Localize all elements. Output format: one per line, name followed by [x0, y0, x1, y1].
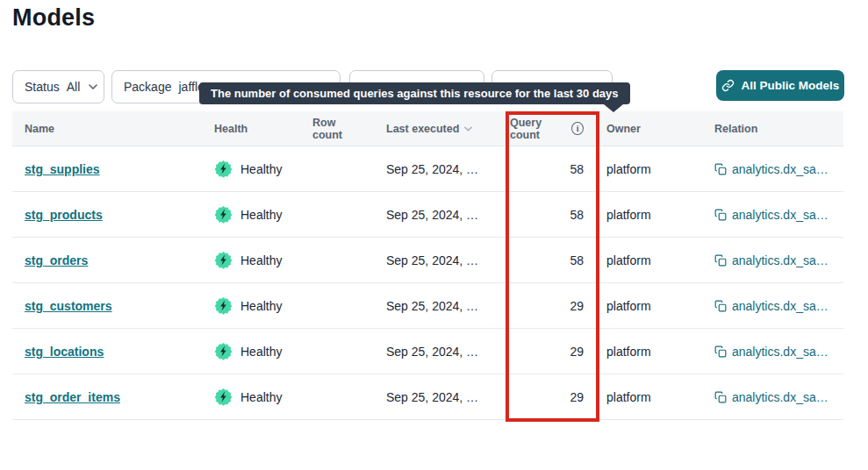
model-name-link[interactable]: stg_customers	[25, 299, 112, 313]
table-row: stg_locations Healthy Sep 25, 2024, … 29…	[12, 329, 843, 374]
owner-value: platform	[594, 390, 702, 404]
health-seal-bolt-icon	[214, 251, 233, 269]
copy-icon	[714, 254, 727, 267]
query-count-value: 58	[510, 253, 594, 267]
copy-icon	[714, 345, 727, 358]
relation-link[interactable]: analytics.dx_sand…	[732, 299, 835, 313]
info-icon[interactable]: i	[571, 122, 584, 135]
relation-link[interactable]: analytics.dx_sand…	[732, 162, 835, 176]
status-filter[interactable]: Status All	[12, 70, 104, 103]
relation-link[interactable]: analytics.dx_sand…	[732, 208, 835, 222]
owner-value: platform	[594, 208, 702, 222]
relation-link[interactable]: analytics.dx_sand…	[732, 345, 835, 359]
model-name-link[interactable]: stg_supplies	[25, 162, 100, 176]
table-row: stg_supplies Healthy Sep 25, 2024, … 58 …	[12, 146, 843, 192]
health-label: Healthy	[240, 390, 282, 404]
column-header-name[interactable]: Name	[12, 123, 202, 135]
copy-icon	[714, 391, 727, 403]
column-header-owner[interactable]: Owner	[594, 123, 702, 135]
health-seal-bolt-icon	[214, 388, 233, 406]
sort-chevron-down-icon[interactable]	[464, 126, 472, 132]
last-executed-value: Sep 25, 2024, …	[378, 162, 510, 176]
owner-value: platform	[594, 299, 702, 313]
link-icon	[721, 79, 735, 92]
copy-icon	[714, 163, 727, 175]
last-executed-value: Sep 25, 2024, …	[378, 253, 510, 267]
all-public-models-label: All Public Models	[742, 79, 840, 92]
query-count-value: 29	[510, 299, 594, 313]
relation-link[interactable]: analytics.dx_sand…	[732, 390, 835, 404]
query-count-value: 29	[510, 345, 594, 359]
copy-icon	[714, 209, 727, 221]
query-count-value: 58	[510, 208, 594, 222]
table-row: stg_orders Healthy Sep 25, 2024, … 58 pl…	[12, 238, 843, 283]
column-header-query-count[interactable]: Query count i	[510, 117, 594, 141]
table-row: stg_products Healthy Sep 25, 2024, … 58 …	[12, 192, 843, 238]
health-label: Healthy	[240, 345, 282, 359]
query-count-value: 58	[510, 162, 594, 176]
table-row: stg_customers Healthy Sep 25, 2024, … 29…	[12, 283, 843, 329]
query-count-value: 29	[510, 390, 594, 404]
table-header: Name Health Row count Last executed Quer…	[12, 111, 843, 146]
owner-value: platform	[594, 345, 702, 359]
owner-value: platform	[594, 253, 702, 267]
health-label: Healthy	[240, 162, 282, 176]
page-title: Models	[12, 4, 95, 32]
health-label: Healthy	[240, 253, 282, 267]
health-seal-bolt-icon	[214, 342, 233, 360]
tooltip-caret	[604, 104, 623, 112]
last-executed-value: Sep 25, 2024, …	[378, 299, 510, 313]
health-label: Healthy	[240, 299, 282, 313]
models-page: Models Status All Package jaffle_ All Pu…	[0, 0, 868, 470]
column-header-last-executed[interactable]: Last executed	[378, 123, 510, 135]
package-filter-label: Package	[124, 80, 171, 94]
last-executed-value: Sep 25, 2024, …	[378, 390, 510, 404]
table-body: stg_supplies Healthy Sep 25, 2024, … 58 …	[12, 146, 843, 420]
query-count-tooltip: The number of consumed queries against t…	[199, 82, 630, 104]
chevron-down-icon	[89, 84, 97, 89]
tooltip-text: The number of consumed queries against t…	[211, 87, 619, 100]
copy-icon	[714, 300, 727, 312]
column-header-health[interactable]: Health	[202, 123, 312, 135]
relation-link[interactable]: analytics.dx_sand…	[732, 253, 835, 267]
status-filter-value: All	[67, 80, 81, 94]
model-name-link[interactable]: stg_orders	[25, 253, 88, 267]
model-name-link[interactable]: stg_products	[25, 208, 103, 222]
health-seal-bolt-icon	[214, 205, 233, 224]
model-name-link[interactable]: stg_order_items	[25, 390, 120, 404]
last-executed-value: Sep 25, 2024, …	[378, 208, 510, 222]
health-label: Healthy	[240, 208, 282, 222]
last-executed-value: Sep 25, 2024, …	[378, 345, 510, 359]
status-filter-label: Status	[25, 80, 60, 94]
all-public-models-button[interactable]: All Public Models	[716, 70, 844, 101]
table-row: stg_order_items Healthy Sep 25, 2024, … …	[12, 374, 843, 420]
models-table: Name Health Row count Last executed Quer…	[12, 111, 843, 420]
column-header-row-count[interactable]: Row count	[312, 117, 378, 141]
owner-value: platform	[594, 162, 702, 176]
health-seal-bolt-icon	[214, 296, 233, 315]
model-name-link[interactable]: stg_locations	[25, 345, 104, 359]
column-header-relation[interactable]: Relation	[702, 123, 843, 135]
health-seal-bolt-icon	[214, 160, 233, 178]
